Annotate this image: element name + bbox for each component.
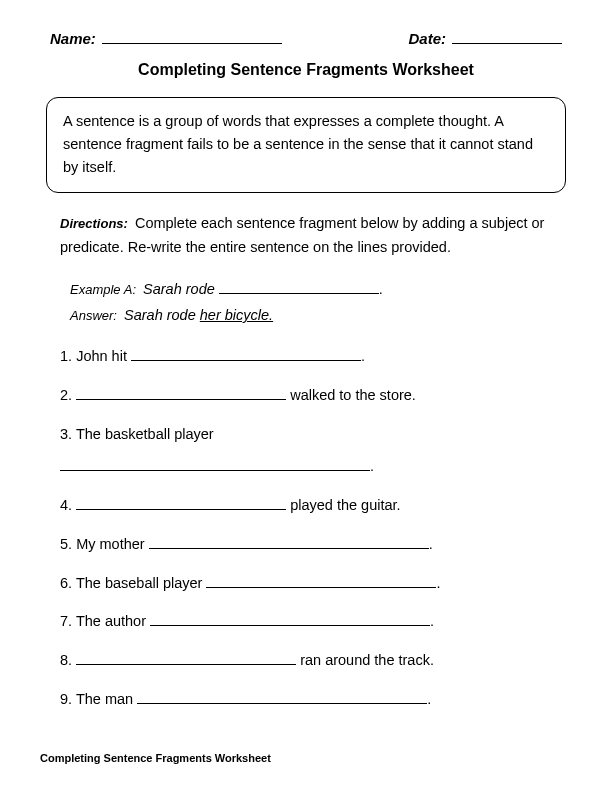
directions-text: Complete each sentence fragment below by…	[60, 215, 544, 256]
answer-line: Answer: Sarah rode her bicycle.	[70, 302, 562, 328]
q7-before: The author	[76, 613, 150, 629]
q1-after: .	[361, 348, 365, 364]
answer-underlined: her bicycle.	[200, 307, 273, 323]
q4-blank[interactable]	[76, 498, 286, 510]
q6-before: The baseball player	[76, 575, 207, 591]
header-row: Name: Date:	[40, 30, 572, 47]
q3-blank[interactable]	[60, 459, 370, 471]
example-a-text: Sarah rode	[143, 281, 215, 297]
footer-title: Completing Sentence Fragments Worksheet	[40, 752, 271, 764]
q3-before: The basketball player	[76, 426, 214, 442]
question-2: 2. walked to the store.	[60, 385, 562, 407]
definition-box: A sentence is a group of words that expr…	[46, 97, 566, 193]
question-7: 7. The author .	[60, 611, 562, 633]
q5-num: 5.	[60, 536, 72, 552]
worksheet-title: Completing Sentence Fragments Worksheet	[40, 61, 572, 79]
example-line: Example A: Sarah rode .	[70, 276, 562, 302]
q9-num: 9.	[60, 691, 72, 707]
date-blank[interactable]	[452, 30, 562, 44]
directions-block: Directions: Complete each sentence fragm…	[60, 211, 562, 260]
q2-num: 2.	[60, 387, 72, 403]
question-9: 9. The man .	[60, 689, 562, 711]
q1-num: 1.	[60, 348, 72, 364]
q5-after: .	[429, 536, 433, 552]
q8-num: 8.	[60, 652, 72, 668]
name-blank[interactable]	[102, 30, 282, 44]
q1-before: John hit	[76, 348, 127, 364]
example-block: Example A: Sarah rode . Answer: Sarah ro…	[70, 276, 562, 328]
example-blank[interactable]	[219, 282, 379, 294]
name-label: Name:	[50, 30, 96, 47]
question-3: 3. The basketball player .	[60, 424, 562, 479]
q7-num: 7.	[60, 613, 72, 629]
answer-label: Answer:	[70, 308, 117, 323]
directions-label: Directions:	[60, 216, 128, 231]
q5-before: My mother	[76, 536, 149, 552]
date-field: Date:	[408, 30, 562, 47]
q9-before: The man	[76, 691, 137, 707]
answer-prefix: Sarah rode	[124, 307, 196, 323]
q8-after: ran around the track.	[296, 652, 434, 668]
q7-blank[interactable]	[150, 614, 430, 626]
questions-list: 1. John hit . 2. walked to the store. 3.…	[60, 346, 562, 711]
question-1: 1. John hit .	[60, 346, 562, 368]
q5-blank[interactable]	[149, 537, 429, 549]
q9-blank[interactable]	[137, 692, 427, 704]
q7-after: .	[430, 613, 434, 629]
question-8: 8. ran around the track.	[60, 650, 562, 672]
q2-blank[interactable]	[76, 388, 286, 400]
question-6: 6. The baseball player .	[60, 573, 562, 595]
q6-blank[interactable]	[206, 576, 436, 588]
q9-after: .	[427, 691, 431, 707]
q6-num: 6.	[60, 575, 72, 591]
q3-num: 3.	[60, 426, 72, 442]
name-field: Name:	[50, 30, 282, 47]
example-a-label: Example A:	[70, 282, 136, 297]
q2-after: walked to the store.	[286, 387, 416, 403]
example-period: .	[379, 281, 383, 297]
q4-after: played the guitar.	[286, 497, 400, 513]
q4-num: 4.	[60, 497, 72, 513]
question-5: 5. My mother .	[60, 534, 562, 556]
question-4: 4. played the guitar.	[60, 495, 562, 517]
date-label: Date:	[408, 30, 446, 47]
q8-blank[interactable]	[76, 653, 296, 665]
q3-period: .	[370, 458, 374, 474]
q1-blank[interactable]	[131, 349, 361, 361]
q6-after: .	[436, 575, 440, 591]
